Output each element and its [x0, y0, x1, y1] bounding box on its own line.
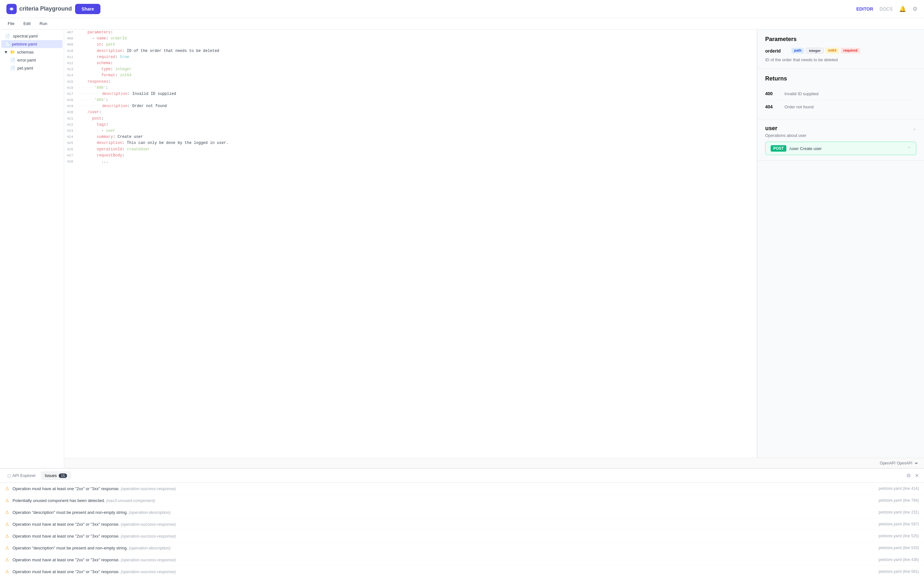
code-editor[interactable]: 407 parameters: 408 - name: orderId 409 … [64, 29, 757, 458]
issue-message: Operation "description" must be present … [13, 510, 869, 515]
header-left: criteria Playground Share [6, 4, 100, 14]
menu-run[interactable]: Run [35, 19, 52, 28]
issue-row[interactable]: ⚠ Operation must have at least one "2xx"… [0, 530, 924, 542]
issue-row[interactable]: ⚠ Operation must have at least one "2xx"… [0, 518, 924, 530]
tab-issues[interactable]: Issues 15 [41, 471, 71, 480]
sidebar: 📄 .spectral.yaml 📄 petstore.yaml ▼ 📁 sch… [0, 29, 64, 468]
issue-rule: (operation-success-response) [121, 534, 176, 538]
sidebar-label-error: error.yaml [17, 58, 36, 63]
logo-criteria: criteria [19, 5, 39, 12]
param-description: ID of the order that needs to be deleted [765, 57, 916, 62]
issue-row[interactable]: ⚠ Potentially unused component has been … [0, 495, 924, 506]
share-button[interactable]: Share [75, 4, 100, 14]
notification-icon[interactable]: 🔔 [899, 5, 906, 13]
param-orderid-row: orderId path integer int64 required [765, 48, 916, 53]
editor-footer: OpenAPI OpenAPI AsyncAPI [64, 458, 924, 468]
returns-section: Returns 400 Invalid ID supplied 404 Orde… [758, 69, 924, 120]
file-icon-error: 📄 [10, 58, 15, 63]
issue-location: petstore.yaml (line 581) [879, 569, 919, 574]
preview-panel: Parameters orderId path integer int64 re… [757, 29, 924, 458]
chevron-down-icon[interactable]: ⌄ [913, 126, 916, 131]
issue-message: Potentially unused component has been de… [13, 498, 869, 503]
code-line-411: 411 required: true [64, 54, 757, 60]
badge-integer: integer [806, 48, 824, 53]
issue-location: petstore.yaml (line 525) [879, 534, 919, 538]
menu-file[interactable]: File [3, 19, 19, 28]
code-line-423: 423 - user [64, 128, 757, 134]
issue-location: petstore.yaml (line 533) [879, 546, 919, 550]
close-bottom-icon[interactable]: ✕ [913, 471, 920, 480]
settings-bottom-icon[interactable]: ⚙ [905, 471, 912, 480]
warning-icon: ⚠ [5, 486, 9, 491]
code-line-415: 415 responses: [64, 79, 757, 85]
code-lines: 407 parameters: 408 - name: orderId 409 … [64, 29, 757, 165]
badge-int64: int64 [825, 48, 839, 53]
sidebar-item-spectral[interactable]: 📄 .spectral.yaml [1, 32, 63, 40]
issue-row[interactable]: ⚠ Operation must have at least one "2xx"… [0, 483, 924, 495]
parameters-title: Parameters [765, 36, 916, 43]
issue-message: Operation must have at least one "2xx" o… [13, 569, 869, 574]
format-dropdown[interactable]: OpenAPI AsyncAPI [895, 461, 919, 466]
warning-icon: ⚠ [5, 510, 9, 515]
sidebar-item-pet[interactable]: 📄 pet.yaml [0, 64, 64, 72]
issue-row[interactable]: ⚠ Operation must have at least one "2xx"… [0, 554, 924, 566]
code-line-419: 419 ············description: Order not f… [64, 103, 757, 109]
issue-location: petstore.yaml (line 231) [879, 510, 919, 514]
issue-message: Operation must have at least one "2xx" o… [13, 486, 869, 491]
sidebar-label-spectral: .spectral.yaml [12, 34, 37, 39]
returns-desc-400: Invalid ID supplied [784, 91, 819, 96]
issue-rule: (operation-description) [129, 510, 171, 515]
file-icon-petstore: 📄 [5, 42, 10, 47]
sidebar-folder-schemas[interactable]: ▼ 📁 schemas [0, 48, 64, 56]
editor-area: 407 parameters: 408 - name: orderId 409 … [64, 29, 924, 468]
warning-icon: ⚠ [5, 533, 9, 538]
warning-icon: ⚠ [5, 498, 9, 503]
settings-icon[interactable]: ⚙ [913, 5, 918, 13]
bottom-panel: □ API Explorer Issues 15 ⚙ ✕ ⚠ Operation… [0, 468, 924, 577]
sidebar-item-error[interactable]: 📄 error.yaml [0, 56, 64, 64]
sidebar-label-schemas: schemas [17, 50, 34, 55]
folder-icon-schemas: 📁 [10, 50, 15, 55]
sidebar-label-pet: pet.yaml [17, 66, 33, 71]
user-section: user ⌄ Operations about user POST /user … [758, 120, 924, 161]
returns-title: Returns [765, 75, 916, 82]
parameters-section: Parameters orderId path integer int64 re… [758, 29, 924, 69]
nav-editor[interactable]: EDITOR [856, 6, 873, 11]
param-badges: path integer int64 required [792, 48, 860, 53]
issue-row[interactable]: ⚠ Operation "description" must be presen… [0, 506, 924, 518]
code-line-422: 422 tags: [64, 122, 757, 128]
badge-post: POST [771, 145, 787, 152]
chevron-up-icon: ⌃ [907, 146, 911, 151]
svg-point-1 [10, 8, 13, 10]
logo-text: criteria Playground [19, 5, 72, 12]
issue-row[interactable]: ⚠ Operation must have at least one "2xx"… [0, 566, 924, 577]
code-line-407: 407 parameters: [64, 29, 757, 35]
issue-message: Operation must have at least one "2xx" o… [13, 558, 869, 562]
issue-rule: (operation-success-response) [121, 569, 176, 574]
badge-required: required [841, 48, 860, 53]
issue-rule: (operation-description) [129, 546, 171, 550]
status-400: 400 [765, 91, 778, 96]
bottom-tabs: □ API Explorer Issues 15 ⚙ ✕ [0, 469, 924, 483]
nav-docs[interactable]: DOCS [880, 6, 893, 11]
api-explorer-tab-box-icon: □ [8, 473, 10, 478]
returns-desc-404: Order not found [784, 105, 814, 109]
menu-edit[interactable]: Edit [19, 19, 35, 28]
issues-count-badge: 15 [59, 474, 67, 478]
post-endpoint-row[interactable]: POST /user Create user ⌃ [765, 142, 916, 155]
file-icon-spectral: 📄 [5, 34, 10, 39]
user-title: user [765, 125, 777, 132]
code-line-424: 424 summary: Create user [64, 134, 757, 140]
issue-message: Operation must have at least one "2xx" o… [13, 522, 869, 527]
code-line-428: 428 ... [64, 159, 757, 165]
param-name: orderId [765, 48, 788, 53]
format-label: OpenAPI [880, 461, 895, 466]
tab-api-explorer[interactable]: □ API Explorer [4, 471, 39, 480]
user-header: user ⌄ [765, 125, 916, 132]
code-line-413: 413 type: integer [64, 66, 757, 73]
issue-row[interactable]: ⚠ Operation "description" must be presen… [0, 542, 924, 554]
sidebar-label-petstore: petstore.yaml [12, 42, 37, 47]
code-line-416: 416 ········'400': [64, 85, 757, 91]
sidebar-item-petstore[interactable]: 📄 petstore.yaml [1, 40, 63, 48]
user-subtitle: Operations about user [765, 133, 916, 138]
